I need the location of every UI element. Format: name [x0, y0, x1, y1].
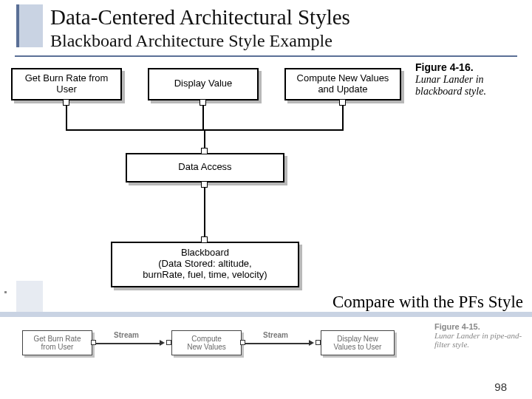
stream-label: Stream — [114, 331, 139, 339]
pfs-diagram: Figure 4-15. Lunar Lander in pipe-and-fi… — [15, 325, 523, 377]
connector-line — [202, 106, 204, 130]
box-label: Get Burn Rate from User — [34, 335, 81, 351]
port-icon — [316, 340, 321, 345]
stream-label: Stream — [263, 331, 288, 339]
pfs-box-compute: Compute New Values — [171, 330, 242, 355]
port-icon — [166, 340, 171, 345]
pfs-box-burn: Get Burn Rate from User — [22, 330, 92, 355]
figure-text: Lunar Lander in blackboard style. — [415, 74, 486, 97]
compare-text: Compare with the PFs Style — [332, 293, 523, 312]
title-bar: Data-Centered Architectural Styles Black… — [0, 0, 532, 55]
box-label: Display New Values to User — [334, 335, 382, 351]
port-icon — [339, 99, 346, 106]
figure-4-16-caption: Figure 4-16. Lunar Lander in blackboard … — [415, 61, 519, 98]
box-display-value: Display Value — [148, 68, 259, 100]
connector-line — [342, 106, 344, 130]
connector-line — [204, 188, 205, 236]
box-get-burn-rate: Get Burn Rate from User — [11, 68, 122, 100]
connector-line — [204, 129, 205, 148]
port-icon — [91, 340, 96, 345]
box-label: Data Access — [178, 162, 231, 173]
box-label: Display Value — [174, 78, 233, 89]
pfs-box-display: Display New Values to User — [321, 330, 395, 355]
blue-accent — [16, 281, 43, 313]
port-icon — [240, 340, 245, 345]
connector-line — [96, 343, 161, 344]
arrow-icon — [160, 340, 165, 346]
box-data-access: Data Access — [126, 153, 284, 183]
port-icon — [201, 181, 208, 188]
arrow-icon — [309, 340, 314, 346]
figure-number: Figure 4-15. — [434, 322, 480, 331]
box-compute-values: Compute New Values and Update — [284, 68, 401, 100]
port-icon — [63, 99, 69, 106]
figure-4-15-caption: Figure 4-15. Lunar Lander in pipe-and-fi… — [434, 322, 523, 349]
port-icon — [200, 99, 206, 106]
box-label: Blackboard (Data Stored: altitude, burnR… — [143, 248, 267, 281]
figure-text: Lunar Lander in pipe-and-filter style. — [434, 331, 522, 349]
connector-line — [245, 343, 310, 344]
port-icon — [201, 236, 208, 243]
blackboard-diagram: Figure 4-16. Lunar Lander in blackboard … — [0, 61, 532, 305]
box-label: Compute New Values and Update — [289, 73, 397, 95]
blue-band — [0, 312, 532, 317]
connector-line — [66, 106, 67, 130]
slide-title: Data-Centered Architectural Styles — [50, 6, 532, 30]
footnote-tick — [4, 291, 7, 293]
box-label: Compute New Values — [187, 335, 226, 351]
slide-subtitle: Blackboard Architecture Style Example — [50, 31, 532, 51]
box-blackboard: Blackboard (Data Stored: altitude, burnR… — [111, 242, 299, 287]
port-icon — [201, 148, 208, 154]
figure-number: Figure 4-16. — [415, 61, 474, 73]
title-underline — [15, 55, 517, 57]
page-number: 98 — [494, 381, 507, 393]
box-label: Get Burn Rate from User — [16, 73, 117, 95]
